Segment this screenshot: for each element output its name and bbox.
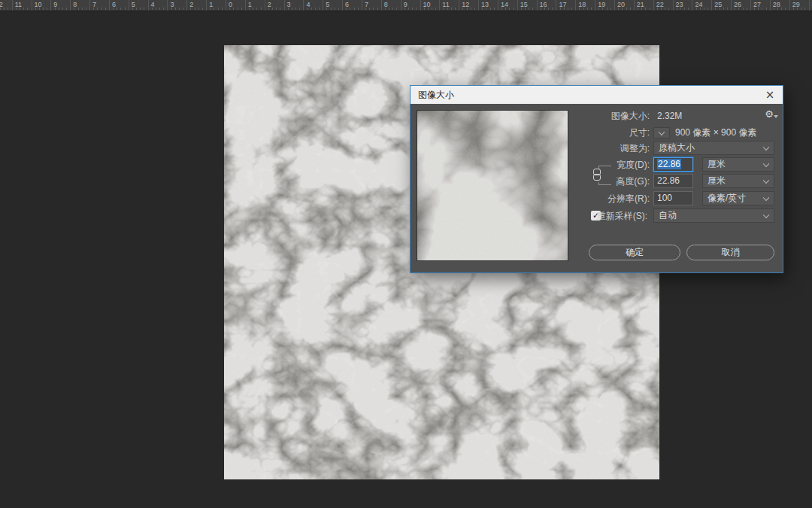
- fit-to-value: 原稿大小: [659, 142, 695, 153]
- chevron-down-icon: [763, 160, 769, 166]
- resample-label: 重新采样(S):: [565, 208, 647, 224]
- resolution-label: 分辨率(R):: [567, 191, 650, 206]
- chevron-down-icon: [763, 211, 769, 217]
- width-input[interactable]: 22.86: [653, 157, 693, 172]
- width-unit-value: 厘米: [707, 159, 726, 169]
- close-icon[interactable]: ×: [760, 86, 780, 104]
- dimensions-unit-dropdown[interactable]: [653, 127, 670, 138]
- fit-to-label: 调整为:: [567, 141, 650, 156]
- chevron-down-icon: [763, 177, 769, 183]
- gear-icon[interactable]: ⚙: [765, 108, 774, 120]
- chevron-down-icon: [763, 144, 769, 150]
- fit-to-dropdown[interactable]: 原稿大小: [653, 141, 774, 155]
- image-size-label: 图像大小:: [567, 108, 650, 123]
- height-unit-dropdown[interactable]: 厘米: [702, 174, 774, 188]
- dialog-title: 图像大小: [411, 89, 454, 102]
- resample-dropdown[interactable]: 自动: [653, 208, 774, 223]
- resolution-unit-value: 像素/英寸: [707, 193, 746, 203]
- image-size-dialog: 图像大小 × 图像大小: 2.32M ⚙ 尺寸: 900 像素 × 900 像素…: [410, 85, 783, 273]
- image-size-value: 2.32M: [657, 108, 682, 123]
- resample-value: 自动: [659, 210, 677, 221]
- dimensions-label: 尺寸:: [567, 125, 650, 140]
- height-value: 22.86: [657, 175, 680, 186]
- resolution-input[interactable]: 100: [653, 191, 693, 205]
- top-ruler[interactable]: 1211109876543210123456789101112131415161…: [0, 0, 812, 11]
- height-unit-value: 厘米: [707, 175, 726, 186]
- image-preview-thumbnail[interactable]: [417, 110, 568, 261]
- height-input[interactable]: 22.86: [653, 174, 693, 188]
- width-label: 宽度(D):: [567, 157, 650, 172]
- dimensions-value: 900 像素 × 900 像素: [675, 125, 756, 140]
- cancel-button[interactable]: 取消: [686, 245, 774, 260]
- width-unit-dropdown[interactable]: 厘米: [702, 157, 774, 172]
- height-label: 高度(G):: [567, 174, 650, 189]
- dialog-titlebar[interactable]: 图像大小 ×: [411, 86, 783, 104]
- resolution-unit-dropdown[interactable]: 像素/英寸: [702, 191, 774, 205]
- chevron-down-icon: [659, 129, 665, 135]
- width-value: 22.86: [657, 159, 681, 169]
- resolution-value: 100: [657, 193, 672, 203]
- chevron-down-icon: [763, 194, 769, 200]
- ok-button[interactable]: 确定: [589, 245, 680, 260]
